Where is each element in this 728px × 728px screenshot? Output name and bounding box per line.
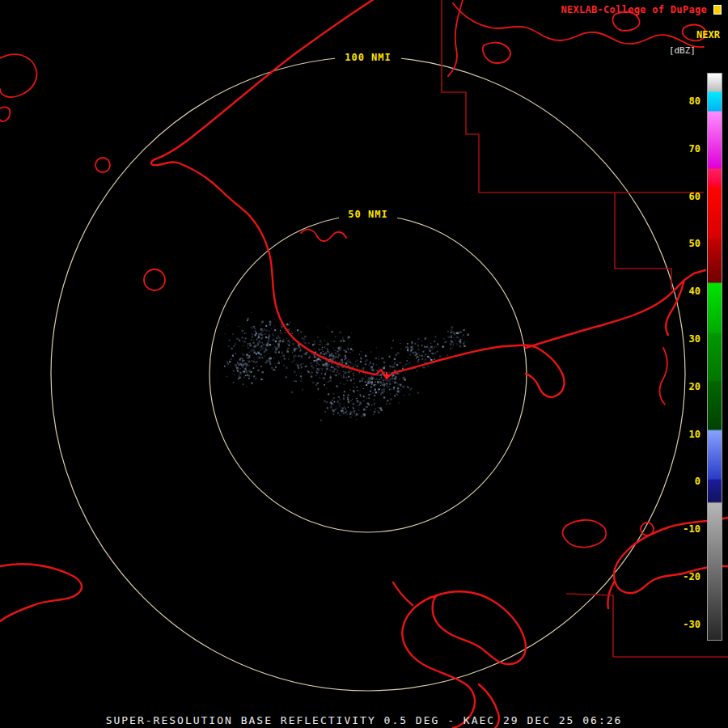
colorbar-tick-0: 0 xyxy=(671,476,700,487)
colorbar-units: [dBZ] xyxy=(669,45,696,56)
colorbar-tick-80: 80 xyxy=(671,95,700,107)
south-lake xyxy=(393,582,526,728)
inlet-squiggle xyxy=(301,230,346,241)
range-ring-label-50nmi: 50 NMI xyxy=(339,209,397,220)
colorbar-tick-10: 10 xyxy=(671,429,700,440)
colorbar-tick--10: -10 xyxy=(671,523,700,535)
island-ring-small xyxy=(95,158,110,172)
product-status-line: SUPER-RESOLUTION BASE REFLECTIVITY 0.5 D… xyxy=(0,714,728,726)
colorbar-tick--20: -20 xyxy=(671,571,700,582)
range-ring-label-100nmi: 100 NMI xyxy=(335,52,401,63)
east-river xyxy=(659,348,667,404)
border-steps-north xyxy=(442,0,704,193)
colorbar-tick-70: 70 xyxy=(671,143,700,154)
colorbar-tick-40: 40 xyxy=(671,286,700,297)
colorbar-tick-60: 60 xyxy=(671,191,700,202)
colorbar-tick-20: 20 xyxy=(671,381,700,392)
radar-map-canvas xyxy=(0,0,728,728)
colorbar-tick-30: 30 xyxy=(671,333,700,345)
nexlab-logo-icon xyxy=(713,5,722,15)
southeast-island xyxy=(563,520,607,548)
coastline-layer xyxy=(0,0,728,728)
west-edge-islands xyxy=(0,54,36,121)
border-steps-east xyxy=(615,193,671,290)
border-steps-southeast xyxy=(566,594,728,657)
island-ring-medium xyxy=(144,269,165,290)
southwest-peninsula xyxy=(0,564,82,621)
reflectivity-colorbar xyxy=(707,73,722,641)
nexlab-brand: NEXLAB-College of DuPage xyxy=(561,4,707,15)
colorbar-tick-50: 50 xyxy=(671,238,700,249)
colorbar-tick--30: -30 xyxy=(671,619,700,630)
radar-display: 100 NMI 50 NMI NEXLAB-College of DuPage … xyxy=(0,0,728,728)
colorbar-title: NEXR xyxy=(696,29,720,40)
